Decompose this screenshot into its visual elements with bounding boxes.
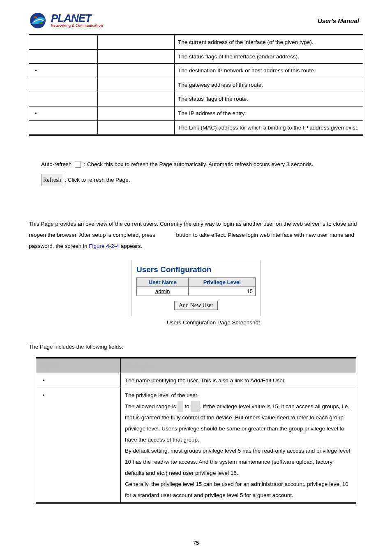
field-username-desc: The name identifying the user. This is a… bbox=[121, 373, 356, 388]
logo-text: PLANET bbox=[51, 14, 103, 23]
field-privilege-desc: The privilege level of the user. The all… bbox=[121, 388, 356, 503]
interface-table: Address The current address of the inter… bbox=[29, 35, 363, 136]
manual-title: User's Manual bbox=[318, 17, 363, 24]
auto-refresh-label: Auto-refresh bbox=[41, 161, 71, 167]
figure-caption: Figure 4-2-4: Users Configuration Page S… bbox=[29, 319, 363, 326]
row-desc: The status flags of the interface (and/o… bbox=[175, 49, 363, 64]
figure-ref-link[interactable]: Figure 4-2-4 bbox=[89, 243, 119, 249]
fields-intro: The Page includes the following fields: bbox=[29, 341, 363, 352]
user-link[interactable]: admin bbox=[137, 287, 189, 296]
row-desc: The IP address of the entry. bbox=[175, 106, 363, 120]
page-number: 75 bbox=[0, 540, 392, 546]
fields-table: Object Description • User Name The name … bbox=[36, 357, 356, 504]
user-level: 15 bbox=[189, 287, 256, 296]
auto-refresh-line: Auto-refresh : Check this box to refresh… bbox=[41, 159, 363, 170]
fields-th-object: Object bbox=[36, 358, 121, 373]
logo-subtext: Networking & Communication bbox=[51, 23, 103, 28]
field-username: • User Name bbox=[36, 373, 121, 388]
logo: PLANET Networking & Communication bbox=[29, 12, 103, 30]
th-username: User Name bbox=[137, 278, 189, 287]
fields-th-desc: Description bbox=[121, 358, 356, 373]
checkbox-icon[interactable] bbox=[75, 162, 81, 168]
users-table: User Name Privilege Level admin 15 bbox=[136, 278, 256, 296]
section-paragraph: This Page provides an overview of the cu… bbox=[29, 218, 363, 252]
field-privilege: • Privilege Level bbox=[36, 388, 121, 503]
buttons-heading: Buttons bbox=[29, 148, 363, 155]
section-heading: 4.2.4 Users Configuration bbox=[29, 207, 363, 214]
row-desc: The destination IP network or host addre… bbox=[175, 64, 363, 78]
svg-point-1 bbox=[34, 16, 37, 18]
row-desc: The current address of the interface (of… bbox=[175, 35, 363, 50]
svg-point-2 bbox=[39, 22, 43, 24]
th-privilege: Privilege Level bbox=[189, 278, 256, 287]
row-desc: The gateway address of this route. bbox=[175, 78, 363, 92]
page-header: PLANET Networking & Communication User's… bbox=[29, 8, 363, 33]
users-config-figure: Users Configuration User Name Privilege … bbox=[131, 260, 261, 316]
row-desc: The status flags of the route. bbox=[175, 92, 363, 106]
refresh-desc: : Click to refresh the Page. bbox=[65, 177, 130, 183]
refresh-line: Refresh : Click to refresh the Page. bbox=[41, 174, 363, 186]
figure-title: Users Configuration bbox=[136, 265, 256, 274]
auto-refresh-desc: : Check this box to refresh the Page aut… bbox=[84, 161, 313, 167]
row-desc: The Link (MAC) address for which a bindi… bbox=[175, 120, 363, 135]
add-new-user-button[interactable]: Add New User bbox=[174, 301, 218, 310]
refresh-button[interactable]: Refresh bbox=[41, 174, 63, 186]
